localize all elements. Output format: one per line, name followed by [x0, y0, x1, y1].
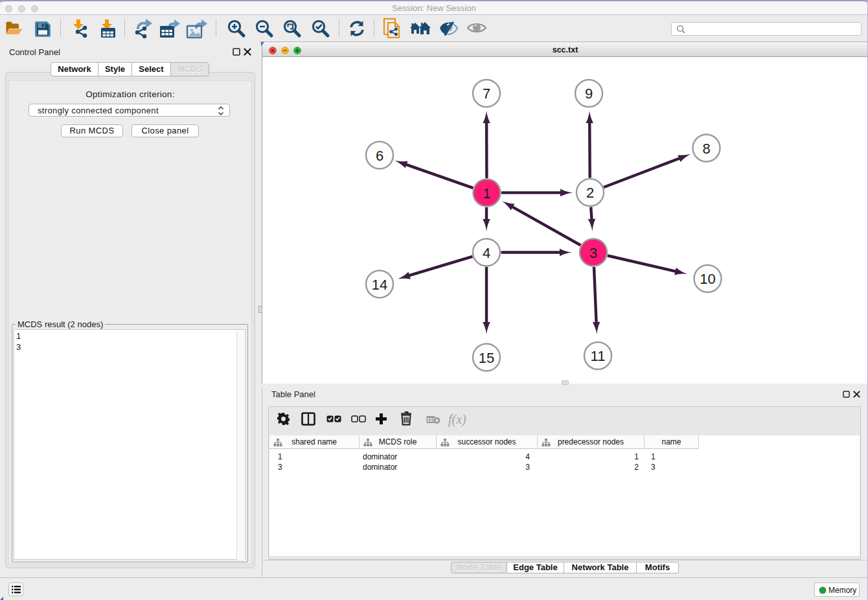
svg-text:4: 4 — [483, 245, 490, 261]
svg-text:7: 7 — [483, 86, 490, 102]
svg-text:14: 14 — [372, 277, 387, 293]
svg-text:1: 1 — [483, 185, 490, 202]
svg-text:2: 2 — [586, 185, 594, 201]
svg-text:3: 3 — [589, 245, 597, 261]
svg-text:9: 9 — [585, 86, 593, 102]
svg-text:15: 15 — [479, 350, 494, 366]
svg-text:10: 10 — [700, 271, 715, 287]
svg-text:8: 8 — [702, 141, 710, 157]
svg-text:11: 11 — [591, 348, 606, 364]
svg-text:6: 6 — [376, 148, 383, 164]
